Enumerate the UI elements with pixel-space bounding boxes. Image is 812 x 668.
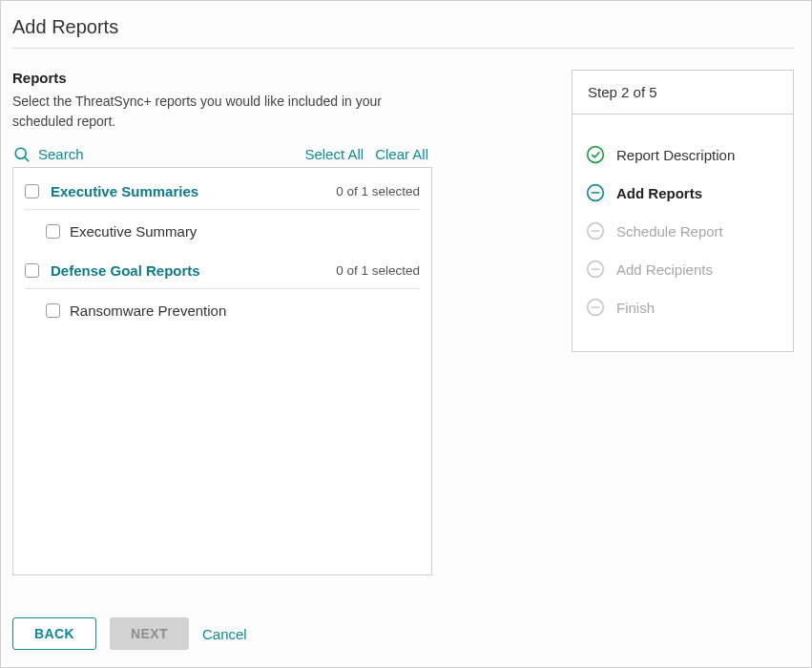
report-item[interactable]: Ransomware Prevention <box>25 295 420 334</box>
step-done-icon <box>586 145 605 164</box>
group-checkbox[interactable] <box>25 184 39 198</box>
group-header[interactable]: Defense Goal Reports 0 of 1 selected <box>25 255 420 289</box>
step-label: Add Reports <box>616 185 702 201</box>
step-finish: Finish <box>586 288 778 326</box>
step-pending-icon <box>586 298 605 317</box>
add-reports-modal: Add Reports Reports Select the ThreatSyn… <box>0 0 812 668</box>
left-column: Reports Select the ThreatSync+ reports y… <box>12 70 432 575</box>
content-row: Reports Select the ThreatSync+ reports y… <box>12 70 794 575</box>
stepper-card: Step 2 of 5 Report Description Add Repor… <box>572 70 794 352</box>
svg-point-2 <box>588 147 604 163</box>
group-count: 0 of 1 selected <box>336 263 420 278</box>
report-item[interactable]: Executive Summary <box>25 216 420 255</box>
search-label: Search <box>38 146 84 162</box>
stepper-header: Step 2 of 5 <box>573 71 793 115</box>
modal-title: Add Reports <box>12 16 794 49</box>
step-label: Finish <box>616 300 655 316</box>
step-add-reports: Add Reports <box>586 174 778 212</box>
item-checkbox[interactable] <box>46 303 60 318</box>
back-button[interactable]: Back <box>12 617 96 650</box>
step-pending-icon <box>586 221 605 240</box>
step-pending-icon <box>586 260 605 279</box>
group-header[interactable]: Executive Summaries 0 of 1 selected <box>25 176 420 210</box>
search-icon <box>12 145 31 163</box>
step-add-recipients: Add Recipients <box>586 250 778 288</box>
step-schedule-report: Schedule Report <box>586 212 778 250</box>
section-heading: Reports <box>12 70 432 86</box>
step-current-icon <box>586 183 605 202</box>
item-label: Ransomware Prevention <box>70 303 226 319</box>
report-group: Defense Goal Reports 0 of 1 selected Ran… <box>25 255 420 334</box>
step-label: Schedule Report <box>616 223 723 240</box>
clear-all-link[interactable]: Clear All <box>375 146 428 162</box>
step-label: Add Recipients <box>616 261 713 278</box>
reports-list[interactable]: Executive Summaries 0 of 1 selected Exec… <box>12 167 432 575</box>
list-toolbar: Search Select All Clear All <box>12 145 432 163</box>
group-title: Executive Summaries <box>51 183 336 199</box>
step-label: Report Description <box>616 147 735 163</box>
stepper-steps: Report Description Add Reports Schedule … <box>573 115 793 351</box>
select-all-link[interactable]: Select All <box>304 146 364 162</box>
report-group: Executive Summaries 0 of 1 selected Exec… <box>25 176 420 255</box>
item-checkbox[interactable] <box>46 224 60 239</box>
cancel-link[interactable]: Cancel <box>202 626 247 642</box>
section-description: Select the ThreatSync+ reports you would… <box>12 92 413 132</box>
modal-footer: Back Next Cancel <box>12 617 247 650</box>
item-label: Executive Summary <box>70 223 197 240</box>
svg-line-1 <box>25 157 29 161</box>
group-count: 0 of 1 selected <box>336 184 420 198</box>
next-button[interactable]: Next <box>110 617 189 650</box>
search-button[interactable]: Search <box>12 145 84 163</box>
group-checkbox[interactable] <box>25 263 39 278</box>
group-title: Defense Goal Reports <box>51 262 336 279</box>
step-report-description: Report Description <box>586 136 778 174</box>
